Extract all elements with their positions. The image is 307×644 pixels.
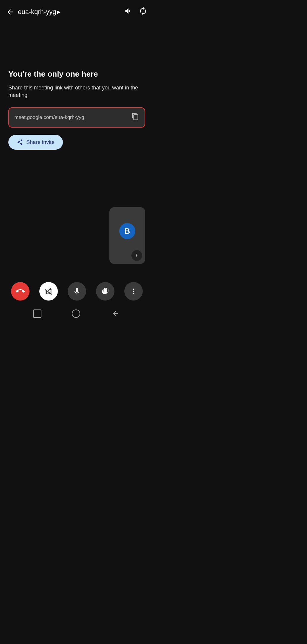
top-icons (124, 7, 148, 18)
recent-apps-button[interactable] (33, 309, 41, 318)
share-invite-label: Share invite (26, 139, 55, 145)
meeting-link-container[interactable]: meet.google.com/eua-kqrh-yyg (8, 107, 145, 128)
meeting-link-text: meet.google.com/eua-kqrh-yyg (14, 114, 128, 120)
share-invite-button[interactable]: Share invite (8, 135, 63, 150)
copy-icon[interactable] (131, 113, 139, 122)
mic-button[interactable] (68, 282, 86, 301)
nav-bar (0, 306, 154, 322)
meeting-code-text: eua-kqrh-yyg (18, 8, 56, 16)
back-nav-button[interactable] (111, 309, 120, 318)
top-bar: eua-kqrh-yyg ▶ (0, 0, 154, 21)
meeting-title-chevron-icon: ▶ (57, 10, 61, 14)
only-one-heading: You're the only one here (8, 69, 145, 79)
volume-icon[interactable] (124, 7, 133, 17)
back-button[interactable] (6, 8, 14, 16)
rotate-camera-icon[interactable] (139, 7, 148, 18)
end-call-button[interactable] (11, 282, 30, 301)
self-avatar: B (119, 223, 135, 239)
actions-row: Share invite (8, 135, 145, 150)
screen: eua-kqrh-yyg ▶ You're the only one here … (0, 0, 154, 322)
self-more-button[interactable] (131, 250, 142, 261)
meeting-title[interactable]: eua-kqrh-yyg ▶ (18, 8, 121, 16)
raise-hand-button[interactable] (96, 282, 114, 301)
bottom-bar (0, 278, 154, 306)
share-description: Share this meeting link with others that… (8, 84, 145, 99)
self-video-tile: B (109, 207, 145, 264)
home-button[interactable] (72, 309, 80, 318)
video-off-button[interactable] (39, 282, 58, 301)
more-options-button[interactable] (124, 282, 143, 301)
